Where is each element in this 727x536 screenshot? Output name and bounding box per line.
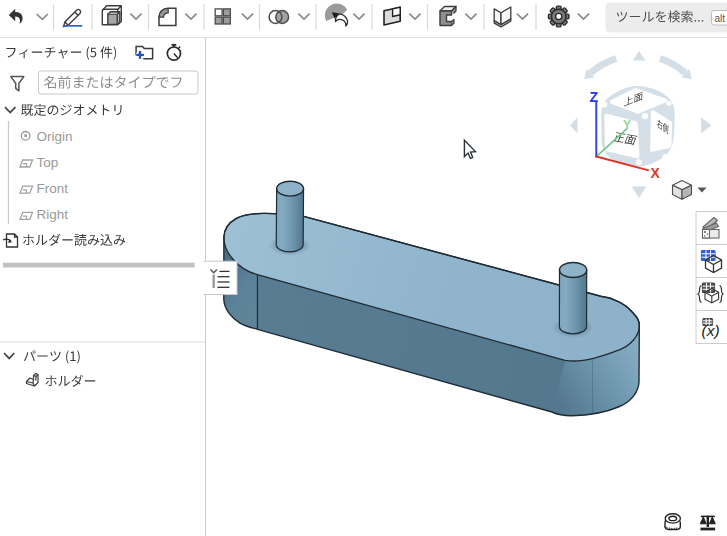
svg-text:Top: Top [37,155,59,170]
svg-text:Right: Right [37,207,69,222]
svg-text:(x): (x) [702,322,720,339]
svg-text:X: X [651,165,661,181]
svg-text:Y: Y [623,118,631,132]
svg-text:Z: Z [590,89,599,105]
svg-text:Origin: Origin [37,129,73,144]
svg-text:Front: Front [37,181,69,196]
svg-text:alt: alt [715,13,726,24]
